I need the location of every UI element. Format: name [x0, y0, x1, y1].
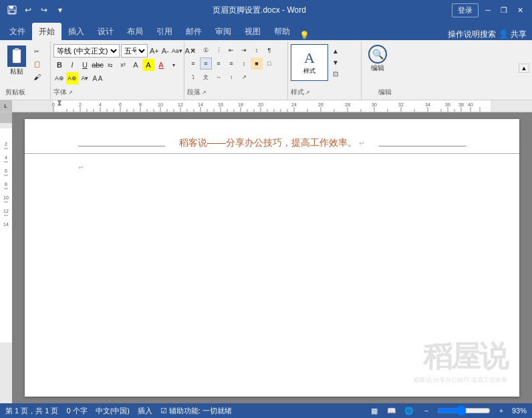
strikethrough-button[interactable]: abc: [92, 59, 104, 71]
text-highlight-button[interactable]: A: [142, 59, 154, 71]
increase-indent-button[interactable]: ⇥: [238, 44, 250, 56]
lightbulb-icon: 💡: [299, 31, 309, 40]
close-button[interactable]: ✕: [513, 3, 527, 17]
font-size-select[interactable]: 五号: [121, 44, 148, 58]
zoom-in-button[interactable]: +: [495, 405, 508, 416]
collapse-ribbon-button[interactable]: ▲: [519, 64, 529, 73]
change-case-button[interactable]: Aa▾: [171, 45, 183, 57]
font-expand-icon[interactable]: ↗: [68, 90, 73, 96]
font-size-aa-button[interactable]: A A: [92, 72, 104, 84]
window-title: 页眉页脚设置.docx - Word: [67, 5, 452, 16]
clipboard-label: 剪贴板: [5, 88, 47, 98]
para-extra1[interactable]: ↔: [213, 71, 225, 83]
zoom-slider[interactable]: [437, 405, 491, 416]
customize-qat-icon[interactable]: ▾: [53, 3, 67, 17]
para-extra2[interactable]: ↕: [225, 71, 237, 83]
doc-page[interactable]: 稻客说——分享办公技巧，提高工作效率。 ↵ ↵ 稻屋说 稻客说 分享办公技巧 提…: [25, 119, 519, 397]
share-button[interactable]: 👤 共享: [499, 29, 527, 40]
tab-references[interactable]: 引用: [150, 23, 179, 40]
format-painter-button[interactable]: 🖌: [29, 71, 44, 83]
styles-expand[interactable]: ⊡: [329, 68, 342, 80]
align-center-button[interactable]: ≡: [200, 58, 212, 70]
multilevel-list-button[interactable]: ⋮: [213, 44, 225, 56]
ribbon-content: 粘贴 ✂ 📋 🖌 剪贴板 等线 (中文正文): [0, 40, 532, 100]
svg-text:38: 38: [458, 102, 464, 107]
styles-expand-icon[interactable]: ↗: [305, 90, 310, 96]
page-count[interactable]: 第 1 页，共 1 页: [5, 406, 58, 416]
svg-text:18: 18: [238, 102, 243, 107]
bullets-button[interactable]: ≡: [187, 44, 199, 56]
text-shading-button[interactable]: A▾: [79, 72, 91, 84]
tab-file[interactable]: 文件: [3, 23, 32, 40]
sort-button[interactable]: ↕: [251, 44, 263, 56]
language[interactable]: 中文(中国): [96, 406, 130, 416]
ruler-corner[interactable]: L: [0, 100, 12, 112]
text-direction-button[interactable]: ⤵: [187, 71, 199, 83]
input-mode[interactable]: 插入: [138, 406, 152, 416]
numbering-button[interactable]: ①: [200, 44, 212, 56]
show-formatting-button[interactable]: ¶: [263, 44, 275, 56]
body-cursor-area[interactable]: ↵: [78, 163, 84, 172]
justify-button[interactable]: ≡: [225, 58, 237, 70]
font-label-text: 字体: [53, 88, 67, 97]
save-icon[interactable]: [5, 3, 19, 17]
svg-rect-1: [9, 6, 13, 9]
view-web-layout[interactable]: 🌐: [402, 405, 416, 416]
cut-button[interactable]: ✂: [29, 45, 44, 58]
tab-insert[interactable]: 插入: [61, 23, 91, 40]
paragraph-expand-icon[interactable]: ↗: [202, 90, 207, 96]
view-read-mode[interactable]: 📖: [385, 405, 398, 416]
zoom-level[interactable]: 93%: [512, 407, 527, 415]
styles-group: A 样式 ▲ ▼ ⊡ 样式 ↗: [288, 41, 362, 100]
word-count[interactable]: 0 个字: [66, 406, 87, 416]
styles-preview[interactable]: A 样式: [291, 44, 328, 81]
ribbon-search[interactable]: 操作说明搜索: [448, 29, 496, 40]
restore-button[interactable]: ❐: [497, 3, 511, 17]
decrease-indent-button[interactable]: ⇤: [225, 44, 237, 56]
para-row2: ≡ ≡ ≡ ≡ ↕ ■ □: [187, 58, 275, 70]
font-name-select[interactable]: 等线 (中文正文): [53, 44, 120, 58]
tab-review[interactable]: 审阅: [209, 23, 238, 40]
italic-button[interactable]: I: [66, 59, 78, 71]
font-color-dropdown[interactable]: ▾: [168, 59, 180, 71]
redo-icon[interactable]: ↪: [37, 3, 51, 17]
tab-design[interactable]: 设计: [91, 23, 120, 40]
tab-help[interactable]: 帮助: [267, 23, 297, 40]
chinese-layout-button[interactable]: 文: [200, 71, 212, 83]
font-row3: A⊕ A⊕ A▾ A A: [53, 72, 181, 84]
superscript-button[interactable]: x²: [117, 59, 129, 71]
align-left-button[interactable]: ≡: [187, 58, 199, 70]
border-button[interactable]: □: [263, 58, 275, 70]
bold-button[interactable]: B: [53, 59, 65, 71]
subscript-button[interactable]: x₂: [104, 59, 116, 71]
shading-button[interactable]: ■: [251, 58, 263, 70]
view-print-layout[interactable]: ▦: [368, 405, 381, 416]
underline-button[interactable]: U: [79, 59, 91, 71]
find-replace-button[interactable]: 🔍 编辑: [364, 44, 391, 74]
tab-view[interactable]: 视图: [238, 23, 267, 40]
font-color-adv-button[interactable]: A⊕: [53, 72, 65, 84]
text-effect-button[interactable]: A: [130, 59, 142, 71]
line-spacing-button[interactable]: ↕: [238, 58, 250, 70]
tab-layout[interactable]: 布局: [120, 23, 150, 40]
login-button[interactable]: 登录: [452, 3, 479, 17]
paragraph-label-text: 段落: [187, 88, 201, 97]
paste-button[interactable]: 粘贴: [5, 44, 28, 78]
minimize-button[interactable]: ─: [481, 3, 495, 17]
svg-text:6: 6: [5, 169, 7, 173]
zoom-out-button[interactable]: −: [420, 405, 433, 416]
horizontal-ruler: L 0 2 4 6: [0, 100, 532, 112]
font-size-increase-button[interactable]: A+: [149, 45, 160, 57]
styles-scroll-up[interactable]: ▲: [329, 45, 342, 57]
tab-mailings[interactable]: 邮件: [179, 23, 209, 40]
highlight-adv-button[interactable]: A⊕: [66, 72, 78, 84]
doc-scroll-area[interactable]: 稻客说——分享办公技巧，提高工作效率。 ↵ ↵ 稻屋说 稻客说 分享办公技巧 提…: [12, 112, 532, 403]
font-size-decrease-button[interactable]: A-: [161, 45, 170, 57]
styles-scroll-down[interactable]: ▼: [329, 57, 342, 68]
align-right-button[interactable]: ≡: [213, 58, 225, 70]
tab-home[interactable]: 开始: [32, 23, 61, 40]
para-extra3[interactable]: ↗: [238, 71, 250, 83]
undo-icon[interactable]: ↩: [21, 3, 35, 17]
font-color-button[interactable]: A: [155, 59, 167, 71]
copy-button[interactable]: 📋: [29, 58, 44, 70]
